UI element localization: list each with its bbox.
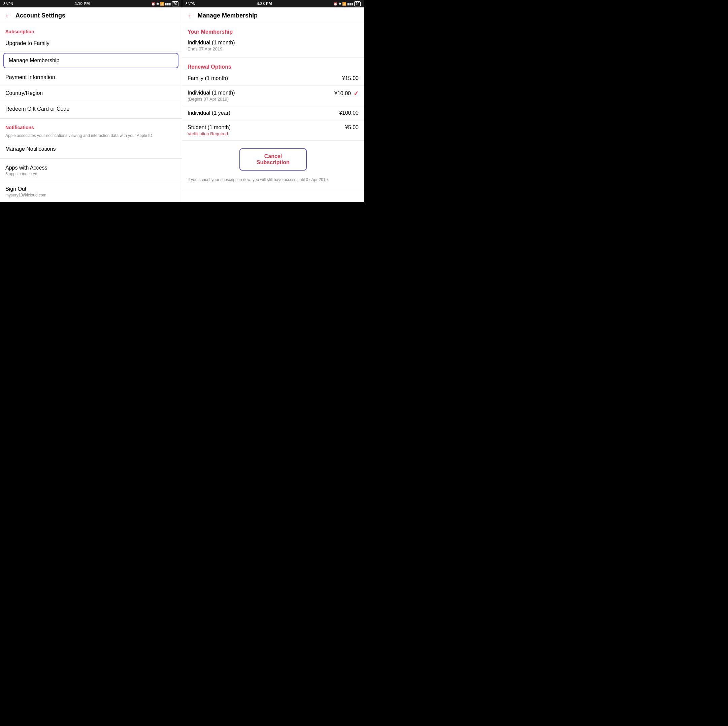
battery-icon-r: 70 [354,2,361,6]
divider-membership [182,58,364,58]
current-membership: Individual (1 month) Ends 07 Apr 2019 [182,36,364,56]
nav-header-left: ← Account Settings [0,8,182,24]
renewal-individual-1year[interactable]: Individual (1 year) ¥100.00 [182,106,364,120]
menu-apps-with-access[interactable]: Apps with Access 5 apps connected [0,160,182,182]
status-left-info: 3 VPN [3,2,13,6]
menu-redeem-gift[interactable]: Redeem Gift Card or Code [0,101,182,117]
menu-manage-membership[interactable]: Manage Membership [3,53,179,68]
bluetooth-icon: ✱ [156,2,159,6]
renewal-individual-year-price: ¥100.00 [339,110,359,116]
status-bar-left: 3 VPN 4:10 PM ⏰ ✱ 📶 ▮▮▮ 70 [0,0,182,8]
section-subscription-header: Subscription [0,24,182,36]
renewal-individual-sub: (Begins 07 Apr 2019) [188,96,334,102]
renewal-student-price: ¥5.00 [345,125,359,131]
renewal-options-header: Renewal Options [182,59,364,71]
membership-plan-name: Individual (1 month) [188,40,359,46]
status-icons-left: ⏰ ✱ 📶 ▮▮▮ 70 [151,2,179,6]
back-button-left[interactable]: ← [5,11,12,20]
status-right-info: 3 VPN [185,2,195,6]
selected-check-icon: ✓ [353,90,359,97]
renewal-student-verification: Verification Required [188,131,345,136]
notifications-desc: Apple associates your notifications view… [0,131,182,141]
menu-manage-notifications[interactable]: Manage Notifications [0,141,182,157]
right-content: Your Membership Individual (1 month) End… [182,24,364,202]
sign-out-email: mysery13@icloud.com [5,193,176,197]
renewal-individual-1month[interactable]: Individual (1 month) (Begins 07 Apr 2019… [182,86,364,106]
cancel-subscription-note: If you cancel your subscription now, you… [182,177,364,188]
renewal-family-1month[interactable]: Family (1 month) ¥15.00 [182,71,364,86]
menu-sign-out[interactable]: Sign Out mysery13@icloud.com [0,182,182,202]
renewal-individual-name: Individual (1 month) [188,90,334,96]
right-screen: 3 VPN 4:28 PM ⏰ ✱ 📶 ▮▮▮ 70 ← Manage Memb… [182,0,364,202]
time-right: 4:28 PM [257,2,272,6]
section-notifications-header: Notifications [0,120,182,131]
bluetooth-icon-r: ✱ [338,2,341,6]
divider-bottom [182,189,364,189]
wifi-icon: 📶 [160,2,164,6]
menu-country-region[interactable]: Country/Region [0,85,182,101]
renewal-individual-price: ¥10.00 [334,90,351,96]
left-content: Subscription Upgrade to Family Manage Me… [0,24,182,202]
left-screen: 3 VPN 4:10 PM ⏰ ✱ 📶 ▮▮▮ 70 ← Account Set… [0,0,182,202]
status-bar-right: 3 VPN 4:28 PM ⏰ ✱ 📶 ▮▮▮ 70 [182,0,364,8]
status-icons-right: ⏰ ✱ 📶 ▮▮▮ 70 [333,2,361,6]
alarm-icon-r: ⏰ [333,2,337,6]
signal-icon: ▮▮▮ [165,2,171,6]
sign-out-label: Sign Out [5,186,176,192]
signal-icon-r: ▮▮▮ [347,2,353,6]
divider-2 [0,159,182,159]
menu-payment-information[interactable]: Payment Information [0,70,182,85]
nav-header-right: ← Manage Membership [182,8,364,24]
battery-icon: 70 [172,2,179,6]
membership-ends: Ends 07 Apr 2019 [188,46,359,52]
divider-renewal [182,142,364,142]
renewal-student-name: Student (1 month) [188,125,345,131]
apps-connected-sub: 5 apps connected [5,172,176,176]
alarm-icon: ⏰ [151,2,155,6]
your-membership-header: Your Membership [182,24,364,36]
page-title-left: Account Settings [15,12,65,19]
renewal-family-price: ¥15.00 [342,75,359,81]
renewal-individual-year-name: Individual (1 year) [188,110,339,116]
menu-upgrade-family[interactable]: Upgrade to Family [0,36,182,52]
renewal-student-1month[interactable]: Student (1 month) Verification Required … [182,120,364,140]
wifi-icon-r: 📶 [342,2,346,6]
cancel-subscription-button[interactable]: Cancel Subscription [239,148,307,171]
time-left: 4:10 PM [74,2,90,6]
divider-1 [0,118,182,119]
renewal-family-name: Family (1 month) [188,75,342,81]
back-button-right[interactable]: ← [187,11,194,20]
page-title-right: Manage Membership [198,12,258,19]
apps-with-access-label: Apps with Access [5,165,176,171]
